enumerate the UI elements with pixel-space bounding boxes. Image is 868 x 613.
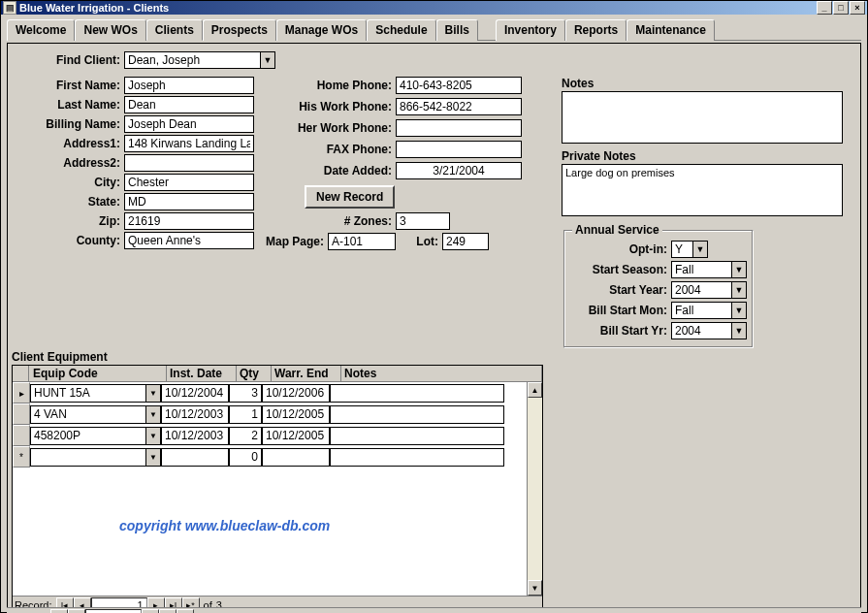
private-notes-textarea[interactable]: Large dog on premises (562, 164, 843, 216)
equip-notes-input[interactable] (330, 405, 504, 424)
fax-phone-input[interactable] (396, 141, 522, 158)
row-selector-current-icon[interactable]: ▸ (13, 382, 30, 403)
nav-next-button[interactable]: ▸ (142, 609, 159, 614)
state-input[interactable] (124, 193, 254, 210)
start-season-select[interactable]: ▼ (671, 261, 747, 278)
equip-code-input[interactable] (30, 448, 146, 467)
nav-prev-button[interactable]: ◂ (68, 609, 85, 614)
last-name-input[interactable] (124, 96, 254, 113)
inst-date-input[interactable] (161, 384, 229, 403)
inst-date-input[interactable] (161, 427, 229, 445)
tab-new-wos[interactable]: New WOs (75, 19, 145, 41)
new-record-button[interactable]: New Record (305, 185, 395, 209)
qty-input[interactable] (229, 427, 262, 445)
dropdown-icon[interactable]: ▼ (692, 241, 708, 258)
start-year-label: Start Year: (570, 283, 667, 297)
find-client-input[interactable] (124, 51, 260, 69)
address2-input[interactable] (124, 154, 254, 172)
dropdown-icon[interactable]: ▼ (731, 261, 747, 278)
city-input[interactable] (124, 174, 254, 191)
start-season-input[interactable] (671, 261, 731, 278)
tab-reports[interactable]: Reports (565, 19, 627, 41)
warr-end-input[interactable] (262, 405, 330, 424)
nav-first-button[interactable]: I◂ (50, 609, 68, 614)
start-year-select[interactable]: ▼ (671, 281, 747, 299)
num-zones-input[interactable] (396, 212, 450, 230)
address2-label: Address2: (12, 156, 120, 170)
qty-input[interactable] (229, 448, 262, 467)
bill-start-yr-input[interactable] (671, 322, 731, 339)
warr-end-input[interactable] (262, 384, 330, 403)
equip-notes-input[interactable] (330, 384, 504, 403)
her-work-phone-input[interactable] (396, 119, 522, 137)
dropdown-icon[interactable]: ▼ (731, 322, 747, 339)
billing-name-label: Billing Name: (12, 117, 120, 131)
equipment-new-row: * ▼ (13, 446, 542, 468)
county-input[interactable] (124, 232, 254, 249)
tab-inventory[interactable]: Inventory (496, 19, 565, 41)
start-year-input[interactable] (671, 281, 731, 299)
notes-textarea[interactable] (562, 91, 843, 144)
close-button[interactable]: × (850, 1, 865, 15)
qty-input[interactable] (229, 405, 262, 424)
dropdown-icon[interactable]: ▼ (146, 448, 161, 467)
tab-schedule[interactable]: Schedule (367, 19, 435, 41)
dropdown-icon[interactable]: ▼ (146, 405, 161, 424)
qty-input[interactable] (229, 384, 262, 403)
tab-welcome[interactable]: Welcome (7, 19, 75, 41)
col-inst-date: Inst. Date (167, 366, 237, 381)
titlebar: ▤ Blue Water Irrigation - Clients _ □ × (1, 1, 867, 15)
row-selector[interactable] (13, 403, 30, 425)
row-selector[interactable] (13, 425, 30, 446)
dropdown-icon[interactable]: ▼ (260, 51, 275, 69)
bill-start-mon-select[interactable]: ▼ (671, 302, 747, 319)
bill-start-mon-input[interactable] (671, 302, 731, 319)
app-window: ▤ Blue Water Irrigation - Clients _ □ × … (0, 0, 868, 613)
dropdown-icon[interactable]: ▼ (146, 427, 161, 445)
equipment-row: ▼ (13, 425, 542, 446)
tab-bills[interactable]: Bills (436, 19, 478, 41)
form-panel: Find Client: ▼ First Name: Last Name: Bi… (7, 43, 861, 613)
warr-end-input[interactable] (262, 448, 330, 467)
tab-clients[interactable]: Clients (146, 19, 203, 41)
date-added-input[interactable] (396, 162, 522, 179)
copyright-text: copyright www.blueclaw-db.com (119, 518, 330, 533)
tab-maintenance[interactable]: Maintenance (627, 19, 715, 41)
bill-start-yr-select[interactable]: ▼ (671, 322, 747, 339)
opt-in-select[interactable]: ▼ (671, 241, 708, 258)
find-client-select[interactable]: ▼ (124, 51, 275, 69)
dropdown-icon[interactable]: ▼ (731, 281, 747, 299)
billing-name-input[interactable] (124, 115, 254, 133)
vertical-scrollbar[interactable]: ▲ ▼ (527, 382, 542, 596)
nav-new-button[interactable]: ▸* (177, 609, 194, 614)
window-title: Blue Water Irrigation - Clients (19, 2, 816, 14)
his-work-phone-input[interactable] (396, 98, 522, 115)
map-page-input[interactable] (328, 233, 396, 250)
equip-notes-input[interactable] (330, 448, 504, 467)
address1-input[interactable] (124, 135, 254, 152)
scroll-down-icon[interactable]: ▼ (528, 580, 542, 596)
equip-code-input[interactable] (30, 384, 146, 403)
tab-manage-wos[interactable]: Manage WOs (276, 19, 367, 41)
zip-input[interactable] (124, 212, 254, 230)
first-name-input[interactable] (124, 77, 254, 94)
record-number[interactable]: 1 (85, 609, 142, 614)
home-phone-input[interactable] (396, 77, 522, 94)
opt-in-input[interactable] (671, 241, 692, 258)
equip-notes-input[interactable] (330, 427, 504, 445)
inst-date-input[interactable] (161, 405, 229, 424)
equip-code-input[interactable] (30, 427, 146, 445)
inst-date-input[interactable] (161, 448, 229, 467)
dropdown-icon[interactable]: ▼ (731, 302, 747, 319)
maximize-button[interactable]: □ (833, 1, 849, 15)
warr-end-input[interactable] (262, 427, 330, 445)
nav-last-button[interactable]: ▸I (159, 609, 177, 614)
dropdown-icon[interactable]: ▼ (146, 384, 161, 403)
tab-prospects[interactable]: Prospects (203, 19, 276, 41)
row-selector-new-icon[interactable]: * (13, 446, 30, 468)
scroll-up-icon[interactable]: ▲ (528, 382, 542, 398)
minimize-button[interactable]: _ (817, 1, 832, 15)
lot-input[interactable] (442, 233, 489, 250)
bill-start-mon-label: Bill Start Mon: (570, 304, 667, 317)
equip-code-input[interactable] (30, 405, 146, 424)
